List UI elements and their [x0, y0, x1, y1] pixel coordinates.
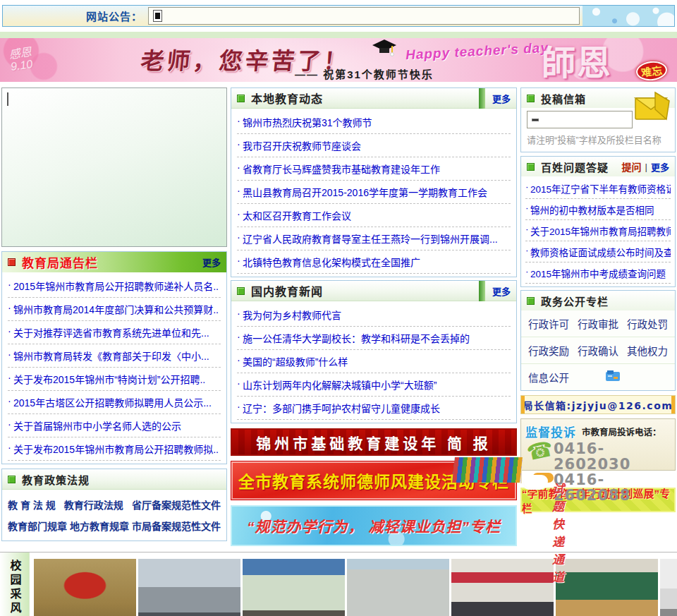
policy-link[interactable]: 地方教育规章 [70, 519, 129, 533]
qa-item[interactable]: 2015年辽宁省下半年有教师资格证考 [525, 178, 671, 199]
news-item[interactable]: 我为何为乡村教师代言 [237, 303, 511, 327]
gallery-photo[interactable] [138, 559, 240, 616]
policy-header: 教育政策法规 [2, 469, 226, 490]
news-item[interactable]: 太和区召开教育工作会议 [237, 204, 511, 227]
notice-item[interactable]: 锦州市教育局2014年度部门决算和公共预算财.. [8, 298, 221, 321]
banner-seal-text: 師恩 [542, 38, 612, 82]
news-item[interactable]: 省教育厅长马辉盛赞我市基础教育建设年工作 [237, 157, 511, 181]
gallery-photo[interactable] [347, 559, 449, 616]
banner-subtitle: —— 祝第31个教师节快乐 [295, 66, 434, 81]
basic-education-banner-text: 锦州市基础教育建设年 简 报 [256, 432, 492, 453]
campus-gallery: 校园采风 更多 坚持阳光分班促进教育均衡 防患未然 安全重于泰山 阳光分班保障公… [0, 552, 677, 616]
gallery-photo[interactable] [660, 559, 677, 616]
notice-item[interactable]: 关于发布2015年锦州市“特岗计划”公开招聘.. [8, 368, 221, 391]
local-news-list: 锦州市热烈庆祝第31个教师节我市召开庆祝教师节座谈会省教育厅长马辉盛赞我市基础教… [231, 109, 516, 277]
gallery-item: 坚持阳光分班促进教育均衡 [34, 559, 136, 616]
gallery-item: 防患未然 安全重于泰山 [138, 559, 240, 616]
green-square-icon [237, 95, 245, 102]
news-item[interactable]: 辽宁省人民政府教育督导室主任王燕玲一行到锦州开展调... [237, 227, 511, 250]
notice-item[interactable]: 锦州市教育局转发《教育部关于印发〈中小... [8, 344, 221, 368]
reduce-burden-banner-text: “规范办学行为， 减轻课业负担”专栏 [247, 515, 501, 536]
qa-item[interactable]: 2015年锦州市中考成绩查询问题 [525, 262, 671, 284]
announcement-marquee[interactable] [148, 7, 580, 25]
policy-link[interactable]: 省厅备案规范性文件 [132, 497, 221, 512]
policy-links: 教 育 法 规教育行政法规省厅备案规范性文件 教育部门规章地方教育规章市局备案规… [2, 490, 226, 540]
gov-link[interactable]: 行政审批 [578, 316, 618, 331]
qa-ask-link[interactable]: 提问 [622, 159, 642, 174]
qa-header: 百姓问题答疑 提问 | 更多 [521, 157, 675, 176]
news-item[interactable]: 黑山县教育局召开2015-2016学年度第一学期教育工作会 [237, 181, 511, 204]
qa-title: 百姓问题答疑 [541, 159, 609, 174]
submission-email-field[interactable] [527, 111, 633, 128]
gallery-item: 低碳环保 建设家园 [556, 559, 658, 616]
broken-image-icon [532, 119, 539, 121]
qa-more-link[interactable]: 更多 [651, 160, 669, 174]
local-news-header: 本地教育动态 更多 [231, 88, 516, 109]
national-news-box: 国内教育新闻 更多 我为何为乡村教师代言施一公任清华大学副校长：教学和科研是不会… [231, 280, 517, 423]
news-item[interactable]: 施一公任清华大学副校长：教学和科研是不会丢掉的 [237, 327, 511, 350]
news-item[interactable]: 山东计划两年内化解解决城镇中小学“大班额” [237, 373, 511, 397]
qa-item[interactable]: 教师资格证面试成绩公布时间及查询 [525, 241, 671, 262]
main-content: 教育局通告栏 更多 2015年锦州市教育局公开招聘教师递补人员名..锦州市教育局… [0, 82, 677, 546]
gov-box: 政务公开专栏 行政许可行政审批行政处罚 行政奖励行政确认其他权力 信息公开 [520, 290, 676, 391]
gallery-photo[interactable] [243, 559, 345, 616]
banner-english: Happy teacher's day [405, 40, 549, 64]
gallery-photo[interactable] [451, 559, 554, 616]
gov-link[interactable]: 行政许可 [528, 316, 569, 331]
left-media-placeholder [1, 87, 227, 247]
news-item[interactable]: 我市召开庆祝教师节座谈会 [237, 134, 511, 157]
red-square-icon [8, 258, 16, 266]
gallery-photo[interactable] [556, 559, 658, 616]
basic-education-banner[interactable]: 锦州市基础教育建设年 简 报 [231, 428, 517, 456]
bubble-decoration [583, 6, 674, 26]
policy-link[interactable]: 教育部门规章 [8, 519, 67, 533]
colored-pencils-graphic [520, 470, 522, 483]
local-news-more-link[interactable]: 更多 [492, 92, 511, 105]
banner-seal-badge: 难忘 [635, 60, 669, 82]
notice-item[interactable]: 关于发布2015年锦州市教育局公开招聘教师拟.. [8, 437, 221, 461]
qa-item[interactable]: 关于2015年锦州市教育局招聘教师编 [525, 220, 671, 241]
broken-image-icon [153, 10, 162, 22]
spacer [0, 27, 677, 32]
notice-item[interactable]: 2015年锦州市教育局公开招聘教师递补人员名.. [8, 274, 221, 298]
policy-link[interactable]: 市局备案规范性文件 [132, 519, 221, 533]
submission-title: 投稿信箱 [541, 91, 586, 106]
national-news-header: 国内教育新闻 更多 [231, 281, 516, 301]
reduce-burden-banner[interactable]: “规范办学行为， 减轻课业负担”专栏 [231, 505, 517, 546]
notice-item[interactable]: 关于对推荐评选省市教育系统先进单位和先... [8, 321, 221, 344]
local-news-box: 本地教育动态 更多 锦州市热烈庆祝第31个教师节我市召开庆祝教师节座谈会省教育厅… [231, 87, 517, 277]
submission-note: 请注明“投稿”字样及所投栏目名称 [521, 128, 675, 152]
gov-link[interactable]: 其他权力 [627, 343, 668, 358]
green-square-icon [527, 95, 535, 102]
gov-link[interactable]: 行政奖励 [528, 343, 569, 358]
news-item[interactable]: 北镇特色教育信息化架构模式在全国推广 [237, 250, 511, 274]
policy-title: 教育政策法规 [22, 472, 90, 487]
news-item[interactable]: 辽宁：多部门携手呵护农村留守儿童健康成长 [237, 397, 511, 420]
broken-image-icon [7, 92, 8, 106]
notice-board-box: 教育局通告栏 更多 2015年锦州市教育局公开招聘教师递补人员名..锦州市教育局… [1, 251, 227, 464]
phone-icon: ☎ [525, 437, 555, 464]
teachers-day-banner[interactable]: 感恩 9.10 老师，您辛苦了！ —— 祝第31个教师节快乐 Happy tea… [0, 38, 677, 82]
left-column: 教育局通告栏 更多 2015年锦州市教育局公开招聘教师递补人员名..锦州市教育局… [1, 87, 227, 541]
gov-link[interactable]: 行政处罚 [627, 316, 668, 331]
policy-link[interactable]: 教 育 法 规 [8, 497, 56, 512]
policy-link[interactable]: 教育行政法规 [64, 497, 123, 512]
qa-item[interactable]: 锦州的初中教材版本是否相同 [525, 199, 671, 220]
notice-board-more-link[interactable]: 更多 [202, 255, 221, 269]
exam-express-banner[interactable]: 试题快递通道 [520, 470, 522, 483]
envelope-icon [634, 91, 671, 123]
gov-title: 政务公开专栏 [541, 294, 609, 308]
qa-list: 2015年辽宁省下半年有教师资格证考锦州的初中教材版本是否相同关于2015年锦州… [521, 176, 675, 286]
news-item[interactable]: 美国的“超级教师”什么样 [237, 350, 511, 373]
info-disclosure-link[interactable]: 信息公开 [528, 370, 569, 385]
submission-box: 投稿信箱 请注明“投稿”字样及所投栏目名称 [520, 87, 676, 152]
gallery-item: 同一片蓝 [660, 559, 677, 616]
announcement-label: 网站公告： [86, 8, 142, 23]
notice-item[interactable]: 2015年古塔区公开招聘教师拟聘用人员公示... [8, 391, 221, 414]
news-item[interactable]: 锦州市热烈庆祝第31个教师节 [237, 111, 511, 134]
national-news-more-link[interactable]: 更多 [492, 284, 511, 298]
gov-link[interactable]: 行政确认 [578, 343, 618, 358]
gallery-photo[interactable] [34, 559, 136, 616]
director-mailbox-bar[interactable]: 局长信箱:jzjyju@126.com [520, 395, 676, 414]
notice-item[interactable]: 关于首届锦州市中小学名师人选的公示 [8, 414, 221, 437]
